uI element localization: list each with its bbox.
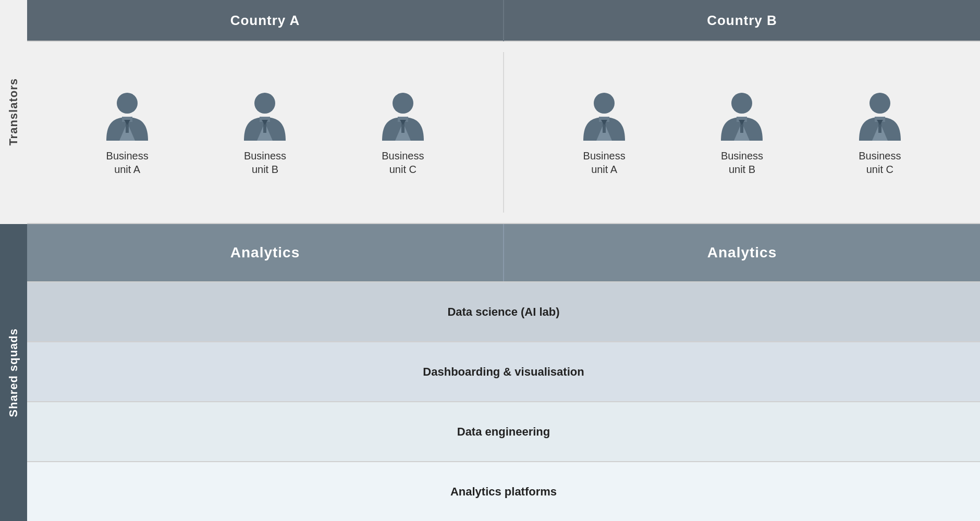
- business-unit-label: Businessunit C: [382, 149, 424, 176]
- list-item: Data science (AI lab): [27, 281, 980, 341]
- person-icon: [241, 89, 288, 141]
- translators-content: Businessunit A Businessunit B: [27, 42, 980, 223]
- analytics-row: Analytics Analytics: [27, 224, 980, 281]
- analytics-cell-a: Analytics: [27, 244, 503, 261]
- svg-point-15: [594, 93, 615, 114]
- svg-point-20: [731, 93, 752, 114]
- header-country-a: Country A: [27, 13, 503, 29]
- shared-squads-label-bg: Shared squads: [0, 224, 27, 521]
- svg-point-0: [117, 93, 138, 114]
- list-item: Businessunit A: [581, 89, 628, 176]
- person-icon: [104, 89, 151, 141]
- translators-section: Businessunit A Businessunit B: [27, 42, 980, 224]
- person-icon: [718, 89, 765, 141]
- svg-point-25: [869, 93, 890, 114]
- list-item: Businessunit B: [241, 89, 288, 176]
- translators-vertical-label: Translators: [7, 78, 20, 146]
- translators-label-bg: Translators: [0, 0, 27, 224]
- business-unit-label: Businessunit A: [106, 149, 149, 176]
- shared-squads-section: Analytics Analytics Data science (AI lab…: [27, 224, 980, 521]
- svg-point-10: [393, 93, 413, 114]
- analytics-cell-b: Analytics: [504, 244, 980, 261]
- svg-point-5: [254, 93, 275, 114]
- country-b-group: Businessunit A Businessunit B: [504, 42, 980, 223]
- header-country-b: Country B: [504, 13, 980, 29]
- business-unit-label: Businessunit B: [244, 149, 286, 176]
- list-item: Businessunit C: [379, 89, 426, 176]
- list-item: Dashboarding & visualisation: [27, 341, 980, 401]
- shared-row-label: Dashboarding & visualisation: [423, 365, 584, 379]
- person-icon: [856, 89, 903, 141]
- left-labels: Translators Shared squads: [0, 0, 27, 521]
- shared-row-label: Data science (AI lab): [447, 305, 559, 319]
- list-item: Businessunit B: [718, 89, 765, 176]
- business-unit-label: Businessunit C: [859, 149, 901, 176]
- person-icon: [581, 89, 628, 141]
- page-wrapper: Translators Shared squads Country A Coun…: [0, 0, 980, 521]
- main-content: Country A Country B: [27, 0, 980, 521]
- list-item: Data engineering: [27, 401, 980, 461]
- shared-row-label: Analytics platforms: [450, 485, 557, 499]
- list-item: Businessunit A: [104, 89, 151, 176]
- business-unit-label: Businessunit A: [583, 149, 626, 176]
- list-item: Analytics platforms: [27, 461, 980, 521]
- country-a-group: Businessunit A Businessunit B: [27, 42, 503, 223]
- business-unit-label: Businessunit B: [721, 149, 763, 176]
- shared-squads-vertical-label: Shared squads: [7, 328, 20, 417]
- person-icon: [379, 89, 426, 141]
- list-item: Businessunit C: [856, 89, 903, 176]
- shared-row-label: Data engineering: [457, 425, 550, 439]
- header-bar: Country A Country B: [27, 0, 980, 42]
